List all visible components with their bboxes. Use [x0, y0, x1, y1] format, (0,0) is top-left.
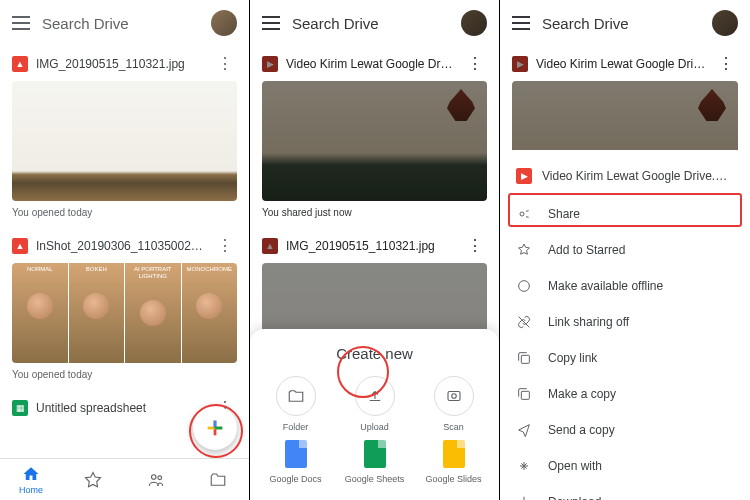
menu-open-with[interactable]: Open with: [500, 448, 750, 484]
video-icon: ▶: [262, 56, 278, 72]
menu-copy-link[interactable]: Copy link: [500, 340, 750, 376]
panel-create-new: Search Drive ▶ Video Kirim Lewat Google …: [250, 0, 500, 500]
menu-send-copy[interactable]: Send a copy: [500, 412, 750, 448]
menu-icon: [262, 16, 280, 30]
option-folder[interactable]: Folder: [261, 376, 331, 432]
file-row[interactable]: ▲ InShot_20190306_110350028.jpg ⋮: [0, 228, 249, 263]
more-icon: ⋮: [463, 236, 487, 255]
option-scan[interactable]: Scan: [419, 376, 489, 432]
file-row: ▶ Video Kirim Lewat Google Drive.mp4 ⋮: [250, 46, 499, 81]
option-docs[interactable]: Google Docs: [261, 440, 331, 484]
file-thumbnail[interactable]: NORMAL BOKEH AI PORTRAIT LIGHTING MONOCH…: [12, 263, 237, 363]
avatar[interactable]: [211, 10, 237, 36]
file-subtitle: You opened today: [0, 363, 249, 390]
file-name: InShot_20190306_110350028.jpg: [36, 239, 205, 253]
highlight-box: [508, 193, 742, 227]
svg-rect-2: [448, 392, 460, 401]
panel-context-menu: Search Drive ▶ Video Kirim Lewat Google …: [500, 0, 750, 500]
more-icon[interactable]: ⋮: [213, 54, 237, 73]
nav-starred[interactable]: [62, 459, 124, 500]
nav-home[interactable]: Home: [0, 459, 62, 500]
file-row[interactable]: ▲ IMG_20190515_110321.jpg ⋮: [0, 46, 249, 81]
svg-point-1: [158, 475, 162, 479]
avatar: [461, 10, 487, 36]
search-input: Search Drive: [292, 15, 449, 32]
file-name: IMG_20190515_110321.jpg: [286, 239, 455, 253]
nav-shared[interactable]: [125, 459, 187, 500]
option-sheets[interactable]: Google Sheets: [340, 440, 410, 484]
docs-icon: [285, 440, 307, 468]
context-title: Video Kirim Lewat Google Drive.mp4: [542, 169, 734, 183]
avatar: [712, 10, 738, 36]
file-thumbnail: [262, 81, 487, 201]
menu-icon: [512, 16, 530, 30]
highlight-circle: [189, 404, 243, 458]
search-input[interactable]: Search Drive: [42, 15, 199, 32]
image-icon: ▲: [262, 238, 278, 254]
file-name: Video Kirim Lewat Google Drive.mp4: [536, 57, 706, 71]
svg-point-3: [451, 394, 456, 399]
file-row: ▶ Video Kirim Lewat Google Drive.mp4 ⋮: [500, 46, 750, 81]
file-subtitle: You shared just now: [250, 201, 499, 228]
sheets-icon: [364, 440, 386, 468]
image-icon: ▲: [12, 238, 28, 254]
svg-rect-7: [521, 391, 529, 399]
panel-drive-home: Search Drive ▲ IMG_20190515_110321.jpg ⋮…: [0, 0, 250, 500]
more-icon: ⋮: [463, 54, 487, 73]
menu-make-copy[interactable]: Make a copy: [500, 376, 750, 412]
video-icon: ▶: [516, 168, 532, 184]
svg-point-0: [151, 474, 156, 479]
search-input: Search Drive: [542, 15, 700, 32]
bottom-nav: Home: [0, 458, 249, 500]
menu-download[interactable]: Download: [500, 484, 750, 500]
menu-icon[interactable]: [12, 16, 30, 30]
highlight-circle: [337, 346, 389, 398]
more-icon: ⋮: [714, 54, 738, 73]
more-icon[interactable]: ⋮: [213, 236, 237, 255]
file-row: ▲ IMG_20190515_110321.jpg ⋮: [250, 228, 499, 263]
menu-star[interactable]: Add to Starred: [500, 232, 750, 268]
svg-point-5: [519, 281, 530, 292]
file-name: Untitled spreadsheet: [36, 401, 205, 415]
video-icon: ▶: [512, 56, 528, 72]
option-slides[interactable]: Google Slides: [419, 440, 489, 484]
slides-icon: [443, 440, 465, 468]
file-thumbnail[interactable]: [12, 81, 237, 201]
menu-link-sharing[interactable]: Link sharing off: [500, 304, 750, 340]
file-subtitle: You opened today: [0, 201, 249, 228]
image-icon: ▲: [12, 56, 28, 72]
svg-rect-6: [521, 355, 529, 363]
file-name: IMG_20190515_110321.jpg: [36, 57, 205, 71]
file-name: Video Kirim Lewat Google Drive.mp4: [286, 57, 455, 71]
nav-files[interactable]: [187, 459, 249, 500]
sheet-icon: ▦: [12, 400, 28, 416]
menu-offline[interactable]: Make available offline: [500, 268, 750, 304]
